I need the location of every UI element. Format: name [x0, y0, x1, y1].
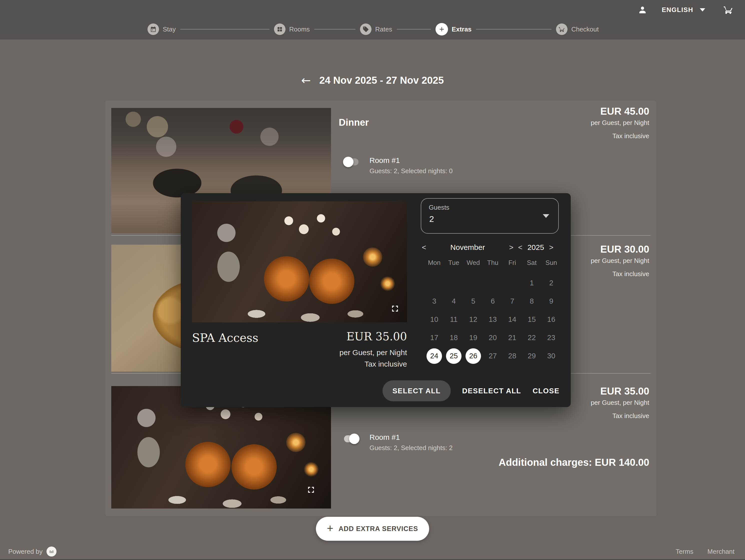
stepper-connector	[397, 29, 431, 30]
step-stay[interactable]: Stay	[148, 24, 176, 35]
room-label: Room #1	[369, 433, 453, 441]
select-all-button[interactable]: SELECT ALL	[383, 380, 451, 401]
calendar-day-2[interactable]: 2	[542, 274, 561, 292]
room-text: Room #1 Guests: 2, Selected nights: 2	[369, 433, 453, 452]
calendar-day-23[interactable]: 23	[542, 329, 561, 347]
guests-select[interactable]: Guests 2	[421, 198, 559, 234]
room-text: Room #1 Guests: 2, Selected nights: 0	[369, 156, 453, 175]
step-extras-active[interactable]: Extras	[435, 23, 472, 35]
close-button[interactable]: CLOSE	[533, 387, 559, 395]
calendar-day-6[interactable]: 6	[483, 292, 503, 310]
rooms-grid-icon	[274, 24, 286, 35]
calendar-day-empty	[444, 274, 463, 292]
modal-actions: SELECT ALL DESELECT ALL CLOSE	[383, 380, 559, 402]
calendar-day-4[interactable]: 4	[444, 292, 463, 310]
plus-icon	[435, 23, 448, 35]
date-range-header: ← 24 Nov 2025 - 27 Nov 2025	[0, 74, 745, 86]
calendar-day-10[interactable]: 10	[424, 310, 444, 329]
footer: Powered by Terms Merchant	[0, 544, 745, 559]
calendar-day-14[interactable]: 14	[503, 310, 522, 329]
date-range-title: 24 Nov 2025 - 27 Nov 2025	[319, 75, 444, 86]
calendar-day-1[interactable]: 1	[522, 274, 542, 292]
calendar-month: November	[428, 243, 507, 252]
calendar-day-30[interactable]: 30	[542, 347, 561, 365]
step-checkout[interactable]: Checkout	[556, 24, 599, 35]
fullscreen-icon[interactable]	[390, 304, 400, 314]
deselect-all-button[interactable]: DESELECT ALL	[462, 387, 521, 395]
terms-link[interactable]: Terms	[676, 548, 693, 556]
room-toggle[interactable]	[343, 157, 359, 167]
step-label: Extras	[452, 26, 472, 33]
calendar-day-15[interactable]: 15	[522, 310, 542, 329]
calendar-day-27[interactable]: 27	[483, 347, 503, 365]
step-rates[interactable]: Rates	[360, 24, 392, 35]
footer-links: Terms Merchant	[676, 548, 735, 556]
calendar-day-9[interactable]: 9	[542, 292, 561, 310]
extra-tax: Tax inclusive	[613, 270, 649, 278]
fullscreen-icon[interactable]	[306, 485, 316, 495]
calendar-day-7[interactable]: 7	[503, 292, 522, 310]
extra-price-block: EUR 35.00 per Guest, per Night Tax inclu…	[591, 386, 649, 420]
add-extra-services-button[interactable]: + ADD EXTRA SERVICES	[316, 517, 429, 541]
calendar-day-11[interactable]: 11	[444, 310, 463, 329]
powered-by-logo[interactable]	[46, 547, 57, 557]
calendar-weekday: Sat	[522, 256, 542, 270]
next-month-icon[interactable]: >	[507, 243, 516, 252]
booking-stepper: Stay Rooms Rates Extras	[148, 23, 599, 35]
modal-unit: per Guest, per Night	[339, 348, 407, 357]
prev-year-icon[interactable]: <	[516, 243, 525, 252]
prev-month-icon[interactable]: <	[420, 243, 428, 252]
additional-charges: Additional charges: EUR 140.00	[499, 457, 649, 468]
calendar-grid: MonTueWedThuFriSatSun1234567891011121314…	[424, 256, 561, 365]
extra-price: EUR 45.00	[600, 106, 649, 117]
back-arrow-icon[interactable]: ←	[301, 74, 311, 86]
tag-icon	[360, 24, 371, 35]
step-label: Checkout	[571, 26, 599, 33]
calendar-day-28[interactable]: 28	[503, 347, 522, 365]
calendar-weekday: Thu	[483, 256, 503, 270]
calendar-day-5[interactable]: 5	[463, 292, 483, 310]
calendar-day-8[interactable]: 8	[522, 292, 542, 310]
calendar-day-19[interactable]: 19	[463, 329, 483, 347]
room-details: Guests: 2, Selected nights: 0	[369, 167, 453, 175]
calendar-day-22[interactable]: 22	[522, 329, 542, 347]
guests-value: 2	[429, 214, 434, 224]
calendar-day-3[interactable]: 3	[424, 292, 444, 310]
calendar-day-21[interactable]: 21	[503, 329, 522, 347]
extra-name: Dinner	[339, 117, 369, 128]
calendar-day-25[interactable]: 25	[444, 347, 463, 365]
calendar-day-16[interactable]: 16	[542, 310, 561, 329]
language-selector[interactable]: ENGLISH	[662, 6, 705, 14]
extra-unit: per Guest, per Night	[591, 399, 649, 406]
calendar-day-29[interactable]: 29	[522, 347, 542, 365]
calendar-day-18[interactable]: 18	[444, 329, 463, 347]
language-label: ENGLISH	[662, 6, 693, 14]
modal-title: SPA Access	[192, 331, 258, 344]
merchant-link[interactable]: Merchant	[708, 548, 735, 556]
calendar-day-17[interactable]: 17	[424, 329, 444, 347]
calendar-weekday: Mon	[424, 256, 444, 270]
powered-by: Powered by	[8, 547, 57, 557]
modal-tax: Tax inclusive	[364, 360, 407, 368]
calendar-day-13[interactable]: 13	[483, 310, 503, 329]
step-rooms[interactable]: Rooms	[274, 24, 310, 35]
calendar-weekday: Tue	[444, 256, 463, 270]
stepper-connector	[314, 29, 356, 30]
spa-art	[192, 201, 407, 322]
calendar-weekday: Wed	[463, 256, 483, 270]
calendar-day-20[interactable]: 20	[483, 329, 503, 347]
calendar-icon	[148, 24, 159, 35]
step-label: Stay	[163, 26, 176, 33]
cart-icon[interactable]	[723, 5, 733, 15]
extra-price: EUR 30.00	[600, 244, 649, 255]
room-toggle[interactable]	[343, 434, 359, 444]
calendar-day-12[interactable]: 12	[463, 310, 483, 329]
powered-by-label: Powered by	[8, 548, 42, 556]
next-year-icon[interactable]: >	[547, 243, 556, 252]
calendar-day-24[interactable]: 24	[424, 347, 444, 365]
add-extra-services-label: ADD EXTRA SERVICES	[338, 525, 418, 533]
calendar-day-26[interactable]: 26	[463, 347, 483, 365]
stepper-connector	[476, 29, 551, 30]
account-icon[interactable]	[638, 5, 647, 14]
room-row: Room #1 Guests: 2, Selected nights: 0	[343, 156, 453, 175]
